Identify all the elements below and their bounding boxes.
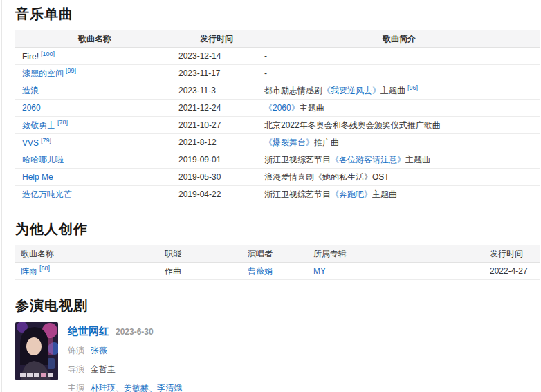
director-name: 金哲圭: [91, 364, 116, 374]
release-date: 2022-4-27: [484, 263, 540, 280]
release-date: 2019-04-22: [174, 186, 259, 203]
cast-link[interactable]: 李清娥: [157, 383, 182, 392]
song-link[interactable]: 哈哈哪儿啦: [22, 155, 64, 165]
role-label: 饰演: [68, 346, 84, 355]
table-header-row: 歌曲名称 发行时间 歌曲简介: [15, 30, 540, 48]
tv-drama-info: 绝世网红2023-6-30 饰演张薇 导演金哲圭 主演朴珪瑛、姜敏赫、李清娥: [68, 322, 182, 392]
cast-separator: 、: [149, 383, 157, 392]
song-intro: 《2060》主题曲: [259, 100, 540, 117]
col-header-song-name: 歌曲名称: [15, 30, 174, 48]
content-page: 音乐单曲 歌曲名称 发行时间 歌曲简介 Fire![100] 2023-12-1…: [1, 0, 541, 392]
director-label: 导演: [68, 364, 84, 374]
music-singles-table: 歌曲名称 发行时间 歌曲简介 Fire![100] 2023-12-14 - 漆…: [15, 30, 540, 203]
table-row: VVS[79] 2021-8-12 《爆裂舞台》推广曲: [15, 134, 540, 151]
col-header-release-date: 发行时间: [484, 245, 540, 263]
cast-link[interactable]: 朴珪瑛: [91, 383, 116, 392]
written-for-others-table: 歌曲名称 职能 演唱者 所属专辑 发行时间 阵雨[68] 作曲 曹薇娟 MY 2…: [15, 245, 540, 280]
reference-link[interactable]: [68]: [39, 265, 50, 272]
reference-link[interactable]: [79]: [41, 137, 51, 144]
song-link[interactable]: 造亿万吨光芒: [22, 189, 72, 199]
drama-poster[interactable]: [15, 322, 58, 380]
col-header-album: 所属专辑: [308, 245, 484, 263]
song-link[interactable]: 阵雨: [21, 266, 37, 276]
reference-link[interactable]: [100]: [41, 50, 55, 57]
cast-line: 主演朴珪瑛、姜敏赫、李清娥: [68, 382, 182, 392]
section-title-tv-dramas: 参演电视剧: [15, 298, 541, 313]
singer-link[interactable]: 曹薇娟: [248, 266, 273, 276]
table-row: 造亿万吨光芒 2019-04-22 浙江卫视综艺节目《奔跑吧》主题曲: [15, 186, 540, 203]
release-date: 2023-11-3: [174, 82, 259, 100]
drama-title-link[interactable]: 绝世网红: [68, 325, 109, 337]
release-date: 2023-12-14: [174, 48, 259, 65]
table-row: Fire![100] 2023-12-14 -: [15, 48, 540, 65]
song-intro: 浪漫爱情喜剧《她的私生活》OST: [259, 169, 540, 186]
table-header-row: 歌曲名称 职能 演唱者 所属专辑 发行时间: [15, 245, 540, 263]
release-date: 2021-8-12: [174, 134, 259, 151]
song-intro: -: [259, 48, 540, 65]
tv-drama-card: 绝世网红2023-6-30 饰演张薇 导演金哲圭 主演朴珪瑛、姜敏赫、李清娥: [15, 322, 541, 392]
col-header-song-intro: 歌曲简介: [259, 30, 540, 48]
song-link[interactable]: 漆黑的空间: [22, 68, 64, 78]
reference-link[interactable]: [78]: [57, 119, 68, 126]
song-intro: 都市励志情感剧《我要逆风去》主题曲[96]: [259, 82, 540, 100]
table-row: 漆黑的空间[99] 2023-11-17 -: [15, 65, 540, 82]
release-date: 2019-05-30: [174, 169, 259, 186]
song-link[interactable]: VVS: [22, 138, 39, 148]
release-date: 2019-09-01: [174, 151, 259, 169]
song-intro: 浙江卫视综艺节目《各位游客请注意》主题曲: [259, 151, 540, 169]
director-line: 导演金哲圭: [68, 364, 182, 375]
tv-title-row: 绝世网红2023-6-30: [68, 325, 182, 338]
show-link[interactable]: 《爆裂舞台》: [264, 138, 314, 147]
section-title-written-for-others: 为他人创作: [15, 221, 541, 236]
cast-separator: 、: [116, 383, 124, 392]
cast-link[interactable]: 姜敏赫: [124, 383, 149, 392]
song-intro: -: [259, 65, 540, 82]
section-title-music-singles: 音乐单曲: [15, 6, 541, 21]
table-row: Help Me 2019-05-30 浪漫爱情喜剧《她的私生活》OST: [15, 169, 540, 186]
table-row: 致敬勇士[78] 2021-10-27 北京2022年冬奥会和冬残奥会颁奖仪式推…: [15, 117, 540, 134]
table-row: 2060 2021-12-24 《2060》主题曲: [15, 100, 540, 117]
drama-poster-image: [15, 322, 58, 380]
song-link[interactable]: 2060: [22, 103, 41, 113]
song-intro: 北京2022年冬奥会和冬残奥会颁奖仪式推广歌曲: [259, 117, 540, 134]
reference-link[interactable]: [99]: [66, 67, 76, 74]
release-date: 2023-11-17: [174, 65, 259, 82]
table-row: 造浪 2023-11-3 都市励志情感剧《我要逆风去》主题曲[96]: [15, 82, 540, 100]
cast-label: 主演: [68, 383, 84, 392]
col-header-singer: 演唱者: [242, 245, 308, 263]
song-intro: 浙江卫视综艺节目《奔跑吧》主题曲: [259, 186, 540, 203]
song-link[interactable]: 致敬勇士: [22, 120, 55, 130]
col-header-song-name: 歌曲名称: [15, 245, 159, 263]
show-link[interactable]: 《奔跑吧》: [331, 189, 372, 199]
song-intro: 《爆裂舞台》推广曲: [259, 134, 540, 151]
song-link[interactable]: Help Me: [22, 172, 53, 182]
song-link[interactable]: 造浪: [22, 86, 39, 95]
col-header-release-date: 发行时间: [174, 30, 259, 48]
album-link[interactable]: MY: [313, 266, 326, 276]
table-row: 哈哈哪儿啦 2019-09-01 浙江卫视综艺节目《各位游客请注意》主题曲: [15, 151, 540, 169]
table-row: 阵雨[68] 作曲 曹薇娟 MY 2022-4-27: [15, 263, 540, 280]
show-link[interactable]: 《2060》: [264, 103, 300, 113]
drama-release-date: 2023-6-30: [116, 327, 154, 337]
col-header-role: 职能: [159, 245, 242, 263]
release-date: 2021-10-27: [174, 117, 259, 134]
role-line: 饰演张薇: [68, 345, 182, 357]
song-name: Fire!: [22, 52, 39, 62]
role-cell: 作曲: [159, 263, 242, 280]
reference-link[interactable]: [96]: [407, 84, 418, 91]
show-link[interactable]: 《各位游客请注意》: [331, 155, 405, 165]
release-date: 2021-12-24: [174, 100, 259, 117]
drama-link[interactable]: 《我要逆风去》: [322, 86, 380, 95]
character-link[interactable]: 张薇: [91, 346, 107, 355]
